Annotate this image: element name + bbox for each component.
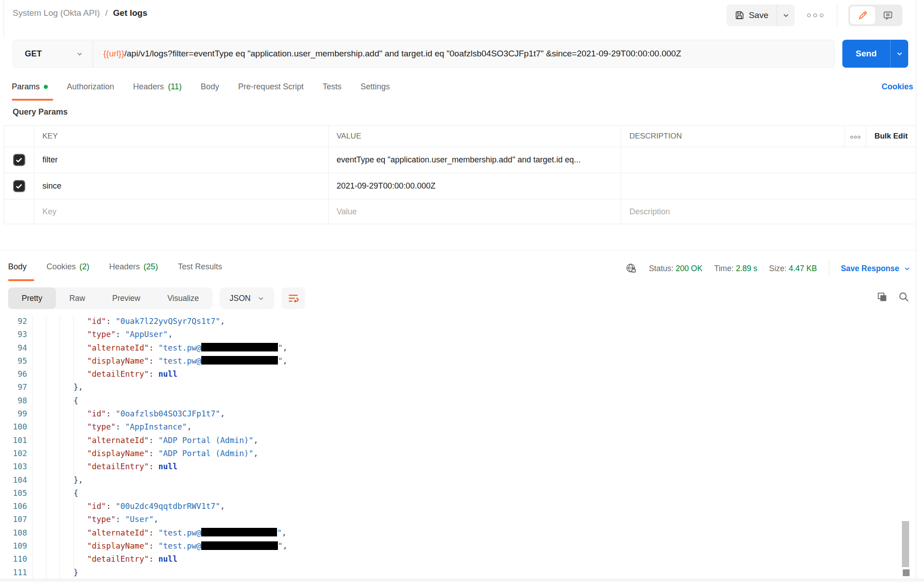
window-bottom-strip bbox=[0, 579, 924, 582]
chevron-down-icon bbox=[904, 265, 910, 272]
code-line: 98{ bbox=[0, 394, 916, 407]
redaction-bar bbox=[201, 541, 278, 550]
breadcrumb: System Log (Okta API) / Get logs bbox=[13, 8, 148, 18]
view-visualize[interactable]: Visualize bbox=[154, 287, 213, 309]
tab-tests[interactable]: Tests bbox=[323, 82, 342, 92]
view-raw[interactable]: Raw bbox=[56, 287, 99, 309]
scrollbar-corner[interactable] bbox=[903, 569, 910, 576]
time-indicator: Time: 2.89 s bbox=[714, 264, 758, 273]
bulk-edit-button[interactable]: Bulk Edit bbox=[866, 126, 916, 147]
line-number: 103 bbox=[0, 460, 27, 473]
send-options-caret[interactable] bbox=[890, 40, 908, 68]
request-tabs: Params Authorization Headers(11) Body Pr… bbox=[12, 78, 390, 96]
tab-settings[interactable]: Settings bbox=[360, 82, 390, 92]
breadcrumb-separator: / bbox=[105, 8, 107, 18]
line-number: 109 bbox=[0, 540, 27, 553]
code-line: 96"detailEntry": null bbox=[0, 368, 916, 381]
response-body-code[interactable]: 92"id": "0uak7l22yvQSyr7Qs1t7",93"type":… bbox=[0, 315, 916, 579]
comments-button[interactable] bbox=[875, 6, 901, 24]
tab-pre-request-script[interactable]: Pre-request Script bbox=[238, 82, 304, 92]
indent-guide bbox=[60, 315, 60, 579]
chevron-down-icon bbox=[76, 51, 83, 57]
code-line: 110"detailEntry": null bbox=[0, 553, 916, 566]
description-placeholder[interactable]: Description bbox=[621, 199, 916, 224]
vertical-scrollbar-thumb[interactable] bbox=[902, 521, 909, 567]
tab-headers[interactable]: Headers(11) bbox=[133, 82, 182, 92]
line-number: 104 bbox=[0, 474, 27, 487]
format-label: JSON bbox=[230, 294, 251, 303]
send-button[interactable]: Send bbox=[842, 40, 890, 68]
response-tab-test-results[interactable]: Test Results bbox=[178, 262, 222, 272]
line-number: 95 bbox=[0, 355, 27, 368]
param-description[interactable] bbox=[621, 147, 916, 173]
since-checkbox[interactable] bbox=[13, 180, 25, 192]
response-tab-cookies[interactable]: Cookies(2) bbox=[46, 262, 89, 272]
tab-authorization[interactable]: Authorization bbox=[67, 82, 114, 92]
line-number: 100 bbox=[0, 420, 27, 434]
code-line: 106"id": "00u2dc49qqtdbrRWV1t7", bbox=[0, 500, 916, 513]
search-icon[interactable] bbox=[898, 291, 910, 303]
edit-comment-toggle bbox=[848, 5, 902, 26]
view-pretty[interactable]: Pretty bbox=[8, 287, 56, 309]
save-response-button[interactable]: Save Response bbox=[841, 264, 910, 273]
code-line: 92"id": "0uak7l22yvQSyr7Qs1t7", bbox=[0, 315, 916, 328]
save-button[interactable]: Save bbox=[726, 5, 776, 26]
key-placeholder[interactable]: Key bbox=[34, 199, 329, 224]
response-toolbar-right bbox=[877, 291, 910, 303]
param-description[interactable] bbox=[621, 173, 916, 199]
line-number: 101 bbox=[0, 434, 27, 447]
value-placeholder[interactable]: Value bbox=[329, 199, 621, 224]
code-line: 102"displayName": "ADP Portal (Admin)", bbox=[0, 447, 916, 460]
param-value[interactable]: 2021-09-29T00:00:00.000Z bbox=[329, 173, 621, 199]
status-indicator: Status: 200 OK bbox=[649, 264, 702, 273]
code-line: 95"displayName": "test.pw@", bbox=[0, 355, 916, 368]
tab-params[interactable]: Params bbox=[12, 82, 48, 92]
params-more-options-icon[interactable] bbox=[845, 126, 866, 147]
cookies-link[interactable]: Cookies bbox=[882, 82, 913, 92]
network-icon[interactable] bbox=[625, 263, 637, 274]
line-number: 105 bbox=[0, 487, 27, 500]
param-key[interactable]: since bbox=[34, 173, 329, 199]
url-box: GET {{url}}/api/v1/logs?filter=eventType… bbox=[13, 40, 835, 68]
line-number: 102 bbox=[0, 447, 27, 460]
param-value[interactable]: eventType eq "application.user_membershi… bbox=[329, 147, 621, 173]
url-input[interactable]: {{url}}/api/v1/logs?filter=eventType eq … bbox=[93, 49, 834, 59]
code-line: 105{ bbox=[0, 487, 916, 500]
method-select[interactable]: GET bbox=[13, 40, 93, 67]
comment-icon bbox=[882, 10, 893, 21]
status-value: 200 OK bbox=[676, 264, 702, 273]
chevron-down-icon bbox=[258, 295, 264, 302]
line-number: 106 bbox=[0, 500, 27, 513]
param-row-filter: filter eventType eq "application.user_me… bbox=[4, 147, 916, 173]
redaction-bar bbox=[201, 528, 277, 536]
size-indicator: Size: 4.47 KB bbox=[769, 264, 817, 273]
format-select[interactable]: JSON bbox=[220, 287, 275, 309]
code-line: 111} bbox=[0, 566, 916, 579]
breadcrumb-request-name[interactable]: Get logs bbox=[113, 8, 148, 18]
active-tab-underline bbox=[12, 99, 53, 101]
pencil-icon bbox=[857, 10, 868, 21]
line-number: 94 bbox=[0, 342, 27, 355]
filter-checkbox[interactable] bbox=[13, 154, 25, 166]
param-key[interactable]: filter bbox=[34, 147, 329, 173]
postman-window: System Log (Okta API) / Get logs Save bbox=[0, 0, 924, 582]
line-number: 93 bbox=[0, 328, 27, 341]
line-number: 99 bbox=[0, 407, 27, 420]
header-divider bbox=[837, 5, 837, 26]
more-options-icon[interactable] bbox=[807, 14, 823, 17]
right-rail-divider bbox=[916, 0, 916, 582]
save-button-label: Save bbox=[749, 10, 768, 20]
tab-body[interactable]: Body bbox=[201, 82, 219, 92]
save-options-caret[interactable] bbox=[776, 5, 795, 26]
view-preview[interactable]: Preview bbox=[99, 287, 154, 309]
edit-mode-button[interactable] bbox=[850, 6, 875, 24]
line-number: 97 bbox=[0, 381, 27, 394]
response-tab-body[interactable]: Body bbox=[8, 262, 27, 272]
wrap-lines-button[interactable] bbox=[282, 287, 305, 309]
line-number: 98 bbox=[0, 394, 27, 407]
breadcrumb-collection[interactable]: System Log (Okta API) bbox=[13, 8, 100, 18]
copy-icon[interactable] bbox=[877, 291, 888, 303]
response-tab-headers[interactable]: Headers(25) bbox=[109, 262, 158, 272]
url-row: GET {{url}}/api/v1/logs?filter=eventType… bbox=[13, 40, 916, 68]
method-label: GET bbox=[25, 49, 42, 59]
